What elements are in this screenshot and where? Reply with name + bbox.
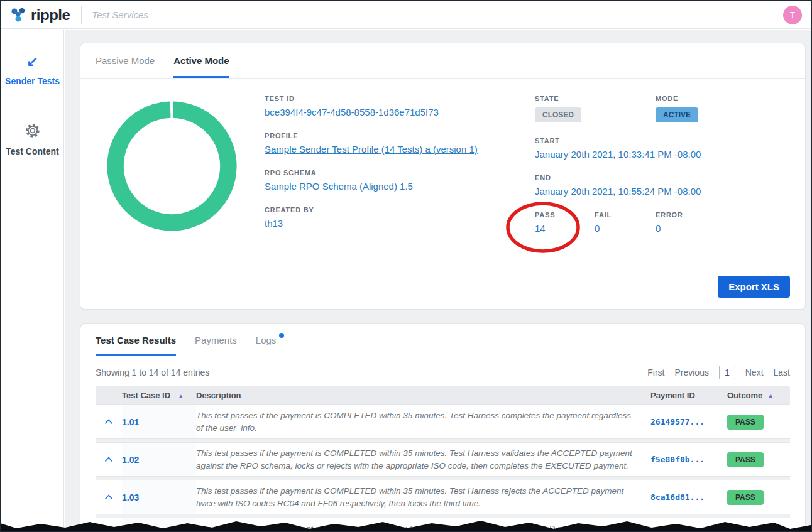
test-description: This test passes if the payment is COMPL… xyxy=(196,443,635,476)
test-case-table: Test Case ID ▲ Description Payment ID Ou… xyxy=(96,386,790,532)
profile-label: PROFILE xyxy=(265,132,522,139)
sort-asc-icon[interactable]: ▲ xyxy=(767,392,774,399)
tab-logs[interactable]: Logs xyxy=(256,324,277,356)
fail-count: 0 xyxy=(595,223,656,234)
test-description: This test passes if the payment is COMPL… xyxy=(196,480,635,514)
test-case-id: 1.01 xyxy=(122,417,139,427)
ripple-triskelion-icon xyxy=(10,6,27,23)
test-case-id: 1.03 xyxy=(122,492,139,502)
mode-badge: ACTIVE xyxy=(656,107,698,122)
created-by-label: CREATED BY xyxy=(265,206,522,214)
table-header-row: Test Case ID ▲ Description Payment ID Ou… xyxy=(96,386,790,404)
payment-id-link[interactable]: 26149577... xyxy=(650,417,705,426)
user-avatar[interactable]: T xyxy=(783,6,802,24)
main-content: Passive Mode Active Mode TEST ID bce394f… xyxy=(65,30,812,532)
sort-asc-icon[interactable]: ▲ xyxy=(178,393,184,399)
app-title: Test Services xyxy=(92,9,148,20)
end-label: END xyxy=(535,174,799,182)
test-description: This test passes if the payment is COMPL… xyxy=(196,405,635,438)
table-body: 1.01 This test passes if the payment is … xyxy=(96,404,790,532)
col-outcome[interactable]: Outcome xyxy=(727,391,762,400)
test-details-right: STATE CLOSED MODE ACTIVE START January 2… xyxy=(535,95,799,234)
test-id-value: bce394f4-9c47-4d58-8558-1d36e71d5f73 xyxy=(265,107,522,117)
pagination: First Previous 1 Next Last xyxy=(647,366,790,379)
chevron-up-icon xyxy=(104,419,113,425)
outcome-badge: PASS xyxy=(727,415,764,430)
pagination-first[interactable]: First xyxy=(647,367,664,377)
rpo-schema-label: RPO SCHEMA xyxy=(265,169,522,176)
pagination-last[interactable]: Last xyxy=(774,367,790,377)
start-label: START xyxy=(535,137,799,144)
test-details-left: TEST ID bce394f4-9c47-4d58-8558-1d36e71d… xyxy=(265,95,522,243)
mode-tabs: Passive Mode Active Mode xyxy=(80,43,805,79)
results-card: Test Case Results Payments Logs Showing … xyxy=(80,323,806,532)
collapse-row-button[interactable] xyxy=(96,480,122,514)
entries-summary: Showing 1 to 14 of 14 entries xyxy=(96,367,209,377)
end-value: January 20th 2021, 10:55:24 PM -08:00 xyxy=(535,186,799,197)
table-row[interactable]: 1.03 This test passes if the payment is … xyxy=(96,480,790,514)
payment-id-link[interactable]: 8ca16d81... xyxy=(650,492,705,502)
test-summary-card: Passive Mode Active Mode TEST ID bce394f… xyxy=(80,43,806,310)
tab-passive-mode[interactable]: Passive Mode xyxy=(96,43,155,78)
rpo-schema-value: Sample RPO Schema (Aligned) 1.5 xyxy=(265,181,522,192)
collapse-row-button[interactable] xyxy=(96,443,122,476)
state-badge: CLOSED xyxy=(535,107,581,122)
col-description[interactable]: Description xyxy=(196,391,650,400)
sidebar-item-sender-tests[interactable]: ↙ Sender Tests xyxy=(1,55,63,86)
state-label: STATE xyxy=(535,95,656,102)
results-tabs: Test Case Results Payments Logs xyxy=(80,324,805,356)
pagination-previous[interactable]: Previous xyxy=(674,367,708,377)
sidebar-item-label: Test Content xyxy=(6,146,59,156)
chevron-up-icon xyxy=(104,494,113,500)
arrow-down-left-icon: ↙ xyxy=(26,55,38,68)
pass-label: PASS xyxy=(535,211,595,219)
top-bar: ripple Test Services T xyxy=(1,1,811,29)
pagination-current-page[interactable]: 1 xyxy=(719,366,735,379)
tab-payments[interactable]: Payments xyxy=(195,324,237,356)
app-window: ripple Test Services T ↙ Sender Tests Te… xyxy=(0,0,812,532)
table-controls: Showing 1 to 14 of 14 entries First Prev… xyxy=(80,356,805,386)
col-test-case-id[interactable]: Test Case ID xyxy=(122,391,170,400)
collapse-row-button[interactable] xyxy=(96,405,122,438)
tab-logs-label: Logs xyxy=(256,335,277,345)
test-case-id: 1.02 xyxy=(122,455,139,465)
profile-link[interactable]: Sample Sender Test Profile (14 Tests) a … xyxy=(265,144,522,155)
table-row[interactable]: 1.01 This test passes if the payment is … xyxy=(96,404,790,439)
col-payment-id[interactable]: Payment ID xyxy=(650,391,727,400)
pagination-next[interactable]: Next xyxy=(745,367,764,377)
gear-icon xyxy=(25,122,41,139)
tab-test-case-results[interactable]: Test Case Results xyxy=(96,324,176,356)
payment-id-link[interactable]: f5e80f0b... xyxy=(650,455,705,464)
tab-active-mode[interactable]: Active Mode xyxy=(173,43,229,78)
divider xyxy=(81,6,82,24)
sidebar: ↙ Sender Tests Test Content xyxy=(1,30,64,532)
sidebar-item-label: Sender Tests xyxy=(5,76,60,86)
outcome-badge: PASS xyxy=(727,452,764,467)
sidebar-item-test-content[interactable]: Test Content xyxy=(1,122,63,156)
fail-label: FAIL xyxy=(595,211,656,219)
results-donut-chart xyxy=(104,99,239,234)
pass-count: 14 xyxy=(535,223,595,234)
start-value: January 20th 2021, 10:33:41 PM -08:00 xyxy=(535,149,799,160)
error-count: 0 xyxy=(656,223,683,234)
table-row[interactable]: 1.02 This test passes if the payment is … xyxy=(96,442,790,477)
ripple-logo[interactable]: ripple xyxy=(10,6,70,24)
created-by-value: th13 xyxy=(265,218,522,229)
export-xls-button[interactable]: Export XLS xyxy=(718,276,790,298)
chevron-up-icon xyxy=(104,457,113,462)
outcome-badge: PASS xyxy=(727,490,764,505)
error-label: ERROR xyxy=(656,211,683,219)
brand-name: ripple xyxy=(31,6,70,24)
notification-dot-icon xyxy=(279,333,284,338)
mode-label: MODE xyxy=(656,95,698,102)
test-id-label: TEST ID xyxy=(265,95,522,102)
